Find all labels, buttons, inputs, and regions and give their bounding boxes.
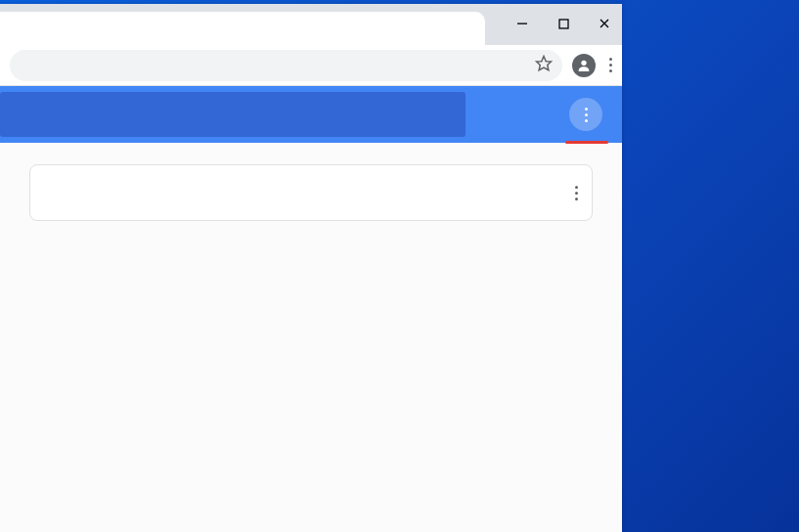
svg-rect-1: [559, 20, 568, 28]
profile-avatar-icon[interactable]: [572, 54, 596, 77]
close-icon: [599, 18, 610, 29]
tab-strip: [0, 4, 622, 45]
svg-rect-0: [517, 23, 527, 24]
page-content: [0, 143, 622, 532]
window-maximize-button[interactable]: [552, 12, 575, 35]
annotation-underline: [565, 141, 608, 144]
kebab-menu-icon: [585, 108, 588, 122]
card-menu-button[interactable]: [575, 186, 578, 200]
page-header: [0, 86, 622, 143]
address-bar[interactable]: [10, 50, 562, 81]
bookmark-star-icon[interactable]: [535, 55, 553, 76]
svg-marker-2: [537, 56, 552, 69]
content-card: [29, 164, 593, 221]
svg-point-3: [581, 60, 586, 65]
window-close-button[interactable]: [593, 12, 616, 35]
maximize-icon: [558, 19, 569, 29]
desktop-background: [0, 0, 799, 532]
window-minimize-button[interactable]: [510, 12, 534, 35]
minimize-icon: [516, 18, 528, 29]
browser-window: [0, 4, 622, 532]
page-search-bar[interactable]: [0, 92, 466, 137]
browser-toolbar: [0, 45, 622, 86]
browser-menu-icon[interactable]: [609, 58, 612, 72]
active-tab[interactable]: [0, 12, 485, 45]
toolbar-icons: [572, 54, 612, 77]
page-settings-button[interactable]: [569, 98, 602, 131]
